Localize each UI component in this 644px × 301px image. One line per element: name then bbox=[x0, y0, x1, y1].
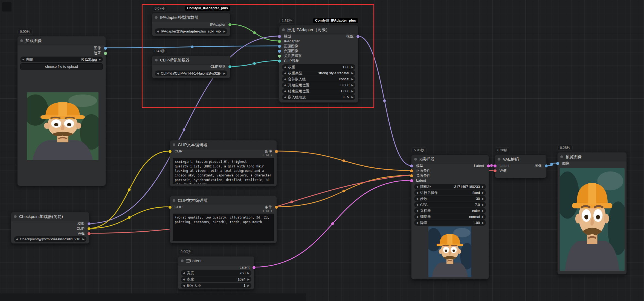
port-latent-input[interactable] bbox=[494, 164, 497, 167]
next-arrow-icon[interactable]: ▶ bbox=[223, 72, 225, 75]
widget-width[interactable]: ◀宽度768▶ bbox=[181, 270, 251, 276]
node-ksampler[interactable]: 5.96秒 K采样器 模型 正面条件 负面条件 Latent Latent ◀随… bbox=[411, 155, 489, 279]
port-latent-output[interactable] bbox=[253, 266, 256, 269]
port-model-output[interactable] bbox=[88, 222, 91, 225]
widget-weight[interactable]: ◀权重1.00▶ bbox=[282, 64, 355, 70]
prev-arrow-icon[interactable]: ◀ bbox=[284, 90, 286, 93]
widget-batch-size[interactable]: ◀批次大小1▶ bbox=[181, 283, 251, 288]
next-arrow-icon[interactable]: ▶ bbox=[247, 272, 250, 275]
widget-scheduler[interactable]: ◀调度器normal▶ bbox=[414, 214, 486, 220]
next-arrow-icon[interactable]: ▶ bbox=[247, 278, 250, 281]
port-latent-output[interactable] bbox=[487, 164, 490, 167]
node-clip-vision-loader[interactable]: 0.47秒 CLIP视觉加载器 CLIP视觉 ◀ CLIP名称 CLIP-ViT… bbox=[152, 55, 230, 78]
collapse-dot-icon[interactable] bbox=[173, 143, 175, 146]
widget-after-generate[interactable]: ◀运行后操作fixed▶ bbox=[414, 190, 486, 196]
collapse-dot-icon[interactable] bbox=[20, 39, 23, 42]
next-arrow-icon[interactable]: ▶ bbox=[482, 203, 484, 206]
port-image-output[interactable] bbox=[545, 164, 548, 167]
next-arrow-icon[interactable]: ▶ bbox=[223, 30, 225, 33]
collapse-dot-icon[interactable] bbox=[181, 259, 184, 262]
next-arrow-icon[interactable]: ▶ bbox=[482, 185, 484, 188]
prev-arrow-icon[interactable]: ◀ bbox=[416, 185, 418, 188]
node-clip-text-positive[interactable]: CLIP文本编码器 CLIP 条件 ○ ☑ ♪ xxmixgirl, (mast… bbox=[170, 140, 277, 187]
port-clipvision-input[interactable] bbox=[278, 60, 281, 63]
port-ipadapter-output[interactable] bbox=[228, 23, 231, 26]
node-title[interactable]: K采样器 bbox=[411, 155, 489, 164]
prev-arrow-icon[interactable]: ◀ bbox=[416, 221, 418, 224]
collapse-dot-icon[interactable] bbox=[414, 158, 417, 161]
next-arrow-icon[interactable]: ▶ bbox=[351, 96, 353, 99]
widget-checkpoint-name[interactable]: ◀ Checkpoint名称 xxmix9realisticsdxl_v10..… bbox=[14, 236, 86, 242]
widget-combine-embeds[interactable]: ◀合并嵌入组concat▶ bbox=[282, 76, 355, 82]
widget-start-at[interactable]: ◀开始应用位置0.000▶ bbox=[282, 82, 355, 88]
prev-arrow-icon[interactable]: ◀ bbox=[183, 272, 185, 275]
node-vae-decode[interactable]: 0.20秒 VAE解码 Latent VAE 图像 bbox=[495, 155, 547, 178]
next-arrow-icon[interactable]: ▶ bbox=[482, 197, 484, 200]
negative-prompt-textarea[interactable]: (worst quality, low quality, illustratio… bbox=[173, 214, 274, 241]
port-image-input[interactable] bbox=[556, 162, 559, 165]
prev-arrow-icon[interactable]: ◀ bbox=[284, 84, 286, 87]
prev-arrow-icon[interactable]: ◀ bbox=[416, 203, 418, 206]
port-latent-input[interactable] bbox=[410, 179, 413, 182]
next-arrow-icon[interactable]: ▶ bbox=[482, 215, 484, 218]
port-mask-output[interactable] bbox=[104, 52, 107, 55]
port-mask-input[interactable] bbox=[278, 55, 281, 58]
prev-arrow-icon[interactable]: ◀ bbox=[157, 30, 159, 33]
collapse-dot-icon[interactable] bbox=[173, 199, 175, 202]
widget-clip-name[interactable]: ◀ CLIP名称 CLIP-ViT-H-14-laion2B-s32B-... … bbox=[155, 70, 227, 76]
prev-arrow-icon[interactable]: ◀ bbox=[284, 66, 286, 69]
next-arrow-icon[interactable]: ▶ bbox=[99, 58, 101, 61]
node-title[interactable]: 加载图像 bbox=[18, 36, 106, 45]
port-positive-input[interactable] bbox=[410, 169, 413, 172]
widget-cfg[interactable]: ◀CFG7.0▶ bbox=[414, 202, 486, 208]
node-title[interactable]: 预览图像 bbox=[558, 152, 626, 161]
next-arrow-icon[interactable]: ▶ bbox=[351, 78, 353, 81]
port-clip-output[interactable] bbox=[88, 227, 91, 230]
prev-arrow-icon[interactable]: ◀ bbox=[284, 96, 286, 99]
widget-sampler[interactable]: ◀采样器euler▶ bbox=[414, 208, 486, 214]
node-title[interactable]: Checkpoint加载器(简易) bbox=[11, 212, 89, 221]
widget-height[interactable]: ◀高度1024▶ bbox=[181, 276, 251, 282]
collapse-dot-icon[interactable] bbox=[560, 155, 563, 158]
node-title[interactable]: CLIP视觉加载器 bbox=[152, 56, 230, 65]
prev-arrow-icon[interactable]: ◀ bbox=[16, 238, 18, 241]
widget-steps[interactable]: ◀步数30▶ bbox=[414, 196, 486, 202]
next-arrow-icon[interactable]: ▶ bbox=[482, 191, 484, 194]
prev-arrow-icon[interactable]: ◀ bbox=[416, 215, 418, 218]
node-checkpoint-loader[interactable]: Checkpoint加载器(简易) 模型 CLIP VAE ◀ Checkpoi… bbox=[11, 212, 89, 244]
widget-weight-type[interactable]: ◀权重类型strong style transfer▶ bbox=[282, 70, 355, 76]
collapse-dot-icon[interactable] bbox=[155, 59, 158, 61]
collapse-dot-icon[interactable] bbox=[282, 28, 285, 31]
next-arrow-icon[interactable]: ▶ bbox=[82, 238, 85, 241]
node-title[interactable]: IPAdapter模型加载器 bbox=[152, 13, 230, 22]
prev-arrow-icon[interactable]: ◀ bbox=[284, 78, 286, 81]
port-model-output[interactable] bbox=[356, 35, 359, 38]
node-clip-text-negative[interactable]: CLIP文本编码器 CLIP 条件 ○ ☑ ♪ (worst quality, … bbox=[170, 196, 277, 243]
node-empty-latent[interactable]: 0.00秒 空Latent Latent ◀宽度768▶ ◀高度1024▶ ◀批… bbox=[178, 256, 254, 290]
next-arrow-icon[interactable]: ▶ bbox=[351, 90, 353, 93]
node-title[interactable]: 空Latent bbox=[178, 256, 254, 265]
widget-seed[interactable]: ◀随机种3171497180233▶ bbox=[414, 184, 486, 190]
node-title[interactable]: CLIP文本编码器 bbox=[170, 196, 277, 205]
widget-denoise[interactable]: ◀降噪1.00▶ bbox=[414, 220, 486, 226]
node-title[interactable]: CLIP文本编码器 bbox=[170, 140, 277, 149]
prev-arrow-icon[interactable]: ◀ bbox=[284, 72, 286, 75]
textarea-option-icons[interactable]: ○ ☑ ♪ bbox=[262, 154, 273, 157]
collapse-dot-icon[interactable] bbox=[498, 158, 500, 161]
widget-end-at[interactable]: ◀结束应用位置1.000▶ bbox=[282, 88, 355, 94]
port-model-input[interactable] bbox=[278, 35, 281, 38]
upload-button[interactable]: choose file to upload bbox=[20, 63, 103, 70]
prev-arrow-icon[interactable]: ◀ bbox=[416, 197, 418, 200]
next-arrow-icon[interactable]: ▶ bbox=[247, 284, 250, 287]
collapse-dot-icon[interactable] bbox=[14, 215, 17, 218]
port-clipvision-output[interactable] bbox=[228, 65, 231, 68]
node-title[interactable]: VAE解码 bbox=[495, 155, 546, 164]
next-arrow-icon[interactable]: ▶ bbox=[482, 221, 484, 224]
port-positive-image-input[interactable] bbox=[278, 45, 281, 48]
next-arrow-icon[interactable]: ▶ bbox=[351, 66, 353, 69]
port-conditioning-output[interactable] bbox=[275, 150, 278, 153]
node-preview-image[interactable]: 0.28秒 预览图像 图像 bbox=[557, 152, 627, 275]
prev-arrow-icon[interactable]: ◀ bbox=[22, 58, 24, 61]
positive-prompt-textarea[interactable]: xxmixgirl, (masterpiece:1.0), (highest q… bbox=[173, 158, 274, 184]
port-ipadapter-input[interactable] bbox=[278, 40, 281, 43]
